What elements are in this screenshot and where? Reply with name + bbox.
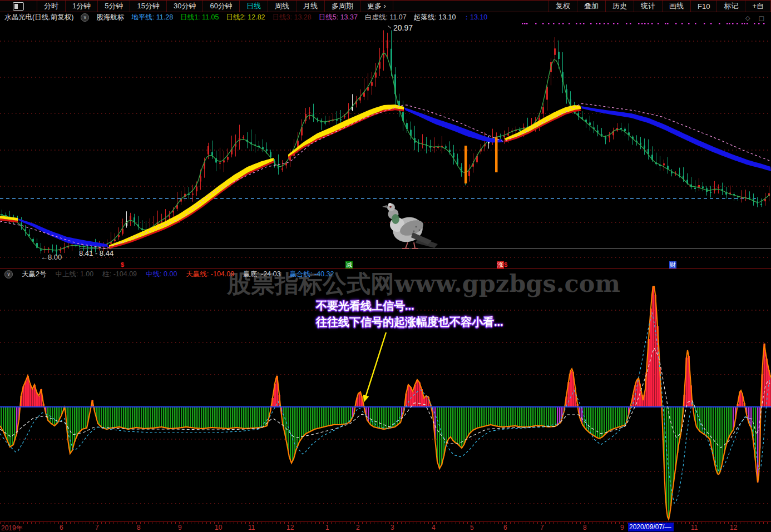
svg-text:20.97: 20.97 [393,23,413,32]
signal-marker-财: 财 [669,261,676,269]
time-axis[interactable]: 2019年67891011121234567891112 2020/09/07/… [0,521,771,532]
indicator-panel-title[interactable]: 天赢2号 [22,270,46,279]
chevron-down-icon[interactable]: ∨ [4,270,13,279]
axis-label-2019年: 2019年 [1,524,23,532]
axis-label-7: 7 [95,524,99,531]
axis-label-8: 8 [137,524,141,531]
signal-marker-涨: 涨$ [497,261,507,269]
indicator-value-地平线: 地平线: 11.28 [131,13,173,22]
axis-label-9: 9 [178,524,182,531]
panel-value-中线: 中线: 0.00 [146,270,177,279]
panel-value-中上线: 中上线: 1.00 [55,270,93,279]
menu-item-60分钟[interactable]: 60分钟 [203,1,239,12]
axis-label-3: 3 [391,524,394,531]
chevron-down-icon[interactable]: ∨ [81,13,89,22]
menu-item-画线[interactable]: 画线 [663,1,691,12]
stock-title[interactable]: 水晶光电(日线.前复权) [4,13,73,22]
tools-menu: 复权叠加历史统计画线F10标记+自 [549,1,771,12]
menu-item-统计[interactable]: 统计 [634,1,663,12]
window-icon [13,2,24,11]
main-indicator-name[interactable]: 股海航标 [96,13,124,22]
axis-label-11: 11 [691,524,698,531]
menu-item-历史[interactable]: 历史 [606,1,634,12]
app-window-button[interactable] [0,1,37,12]
indicator-value-extra: ：13.10 [463,13,488,22]
axis-label-6: 6 [503,524,507,531]
menu-item-+自[interactable]: +自 [745,1,771,12]
menu-item-15分钟[interactable]: 15分钟 [130,1,166,12]
indicator-values: 地平线: 11.28日线1: 11.05日线2: 12.82日线3: 13.28… [131,13,487,22]
axis-label-10: 10 [215,524,222,531]
top-menu-bar: 分时1分钟5分钟15分钟30分钟60分钟日线周线月线多周期更多 › 复权叠加历史… [0,0,771,12]
indicator-value-日线5: 日线5: 13.37 [319,13,358,22]
menu-item-1分钟[interactable]: 1分钟 [66,1,98,12]
axis-label-2: 2 [356,524,360,531]
axis-label-4: 4 [432,524,436,531]
period-menu: 分时1分钟5分钟15分钟30分钟60分钟日线周线月线多周期更多 › [37,1,393,12]
menu-item-30分钟[interactable]: 30分钟 [167,1,203,12]
menu-item-更多 ›[interactable]: 更多 › [360,1,393,12]
info-bar: 水晶光电(日线.前复权) ∨ 股海航标 地平线: 11.28日线1: 11.05… [0,13,771,22]
indicator-panel-values: 中上线: 1.00柱: -104.09中线: 0.00天赢线: -104.09赢… [55,270,334,279]
axis-label-12: 12 [730,524,737,531]
chart-corner-icons[interactable]: ◇ ▢ [745,14,768,22]
trading-app-window: 20.97←8.008.41 - 8.44 分时1分钟5分钟15分钟30分钟60… [0,0,771,532]
axis-label-8: 8 [583,524,587,531]
menu-spacer [393,1,549,12]
menu-item-月线[interactable]: 月线 [296,1,325,12]
cursor-date-box: 2020/09/07/— [628,523,674,531]
menu-item-F10[interactable]: F10 [691,1,717,12]
annotation-line-2: 往往线下信号的起涨幅度也不容小看... [316,314,503,330]
panel-value-柱: 柱: -104.09 [102,270,137,279]
annotation-line-1: 不要光看线上信号... [316,298,503,314]
menu-item-5分钟[interactable]: 5分钟 [98,1,130,12]
pigeon-photo [382,203,438,248]
axis-label-9: 9 [620,524,624,531]
axis-label-1: 1 [325,524,329,531]
axis-label-12: 12 [286,524,294,531]
menu-item-周线[interactable]: 周线 [268,1,296,12]
signal-marker-$: $ [121,261,124,269]
menu-item-标记[interactable]: 标记 [717,1,745,12]
indicator-value-起落线: 起落线: 13.10 [414,13,456,22]
svg-text:8.41 - 8.44: 8.41 - 8.44 [79,249,113,257]
indicator-panel-header: ∨ 天赢2号 中上线: 1.00柱: -104.09中线: 0.00天赢线: -… [0,270,771,279]
indicator-value-日线2: 日线2: 12.82 [226,13,265,22]
indicator-value-白虚线: 白虚线: 11.07 [365,13,407,22]
axis-label-5: 5 [470,524,474,531]
annotation-text: 不要光看线上信号... 往往线下信号的起涨幅度也不容小看... [316,298,503,330]
axis-label-7: 7 [540,524,544,531]
panel-value-赢底: 赢底: -24.03 [243,270,280,279]
indicator-value-日线3: 日线3: 13.28 [273,13,312,22]
menu-item-叠加[interactable]: 叠加 [577,1,606,12]
axis-label-6: 6 [60,524,63,531]
menu-item-分时[interactable]: 分时 [37,1,66,12]
menu-item-多周期[interactable]: 多周期 [325,1,360,12]
svg-text:←8.00: ←8.00 [41,253,62,261]
axis-label-11: 11 [248,524,255,531]
panel-value-赢合线: 赢合线: -40.32 [290,270,334,279]
menu-item-日线[interactable]: 日线 [240,1,268,12]
signal-marker-减: 减 [345,261,353,269]
indicator-value-日线1: 日线1: 11.05 [180,13,219,22]
menu-item-复权[interactable]: 复权 [549,1,577,12]
signal-marker-row: $减涨$财 [0,261,771,269]
panel-value-天赢线: 天赢线: -104.09 [186,270,234,279]
